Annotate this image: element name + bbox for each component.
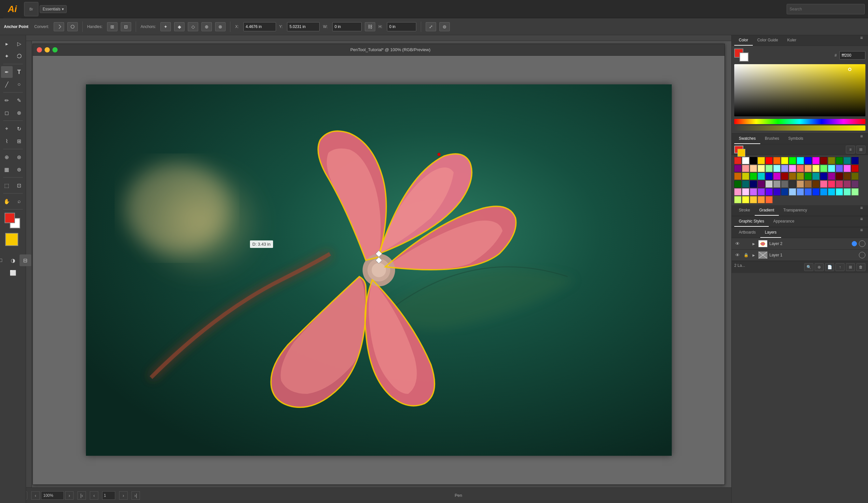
swatch-cell[interactable] — [851, 173, 859, 180]
swatch-cell[interactable] — [820, 181, 827, 188]
tab-artboards[interactable]: Artboards — [734, 228, 760, 238]
artboard-tool[interactable]: ⬚ — [1, 180, 13, 191]
shape-builder-tool[interactable]: ⊕ — [1, 151, 13, 163]
selection-tool[interactable]: ▸ — [1, 38, 13, 50]
swatch-cell[interactable] — [805, 173, 812, 180]
direct-selection-tool[interactable]: ▷ — [13, 38, 25, 50]
zoom-out-btn[interactable]: ‹ — [31, 491, 40, 500]
tab-gradient[interactable]: Gradient — [755, 205, 779, 216]
zoom-tool[interactable]: ⌕ — [13, 195, 25, 207]
paintbrush-tool[interactable]: ✏ — [1, 94, 13, 106]
free-transform-tool[interactable]: ⊞ — [13, 135, 25, 147]
swatch-cell[interactable] — [758, 181, 765, 188]
anchors-btn-2[interactable]: ◆ — [174, 22, 185, 31]
swatch-cell[interactable] — [789, 188, 796, 195]
swatch-cell[interactable] — [742, 196, 749, 203]
swatch-cell[interactable] — [781, 188, 788, 195]
change-screen-mode-btn[interactable]: ⬜ — [7, 267, 19, 279]
swatch-cell[interactable] — [773, 157, 781, 164]
swatch-cell[interactable] — [742, 173, 749, 180]
swatch-cell[interactable] — [742, 165, 749, 172]
swatch-cell[interactable] — [758, 196, 765, 203]
swatch-cell[interactable] — [844, 165, 851, 172]
swatch-cell[interactable] — [812, 188, 819, 195]
search-layers-btn[interactable]: 🔍 — [804, 263, 813, 271]
layer1-target[interactable] — [859, 252, 865, 258]
tab-kuler[interactable]: Kuler — [783, 35, 801, 46]
layer1-lock-icon[interactable]: 🔒 — [743, 252, 749, 258]
bridge-button[interactable]: Br — [24, 2, 38, 16]
tab-stroke[interactable]: Stroke — [734, 205, 755, 216]
swatch-cell[interactable] — [750, 173, 757, 180]
prev-page-btn[interactable]: ‹ — [90, 491, 98, 500]
search-input[interactable] — [787, 4, 865, 14]
swatches-panel-collapse[interactable]: ≡ — [860, 133, 865, 139]
window-maximize-button[interactable] — [52, 47, 58, 52]
zoom-input[interactable] — [41, 491, 64, 500]
workspace-switcher[interactable]: Essentials ▾ — [40, 5, 67, 13]
collect-layers-btn[interactable]: ⊞ — [846, 263, 855, 271]
window-minimize-button[interactable] — [44, 47, 50, 52]
swatch-cell[interactable] — [797, 157, 804, 164]
swatch-list-view[interactable]: ≡ — [846, 145, 855, 153]
tab-transparency[interactable]: Transparency — [779, 205, 812, 216]
swatch-cell[interactable] — [836, 188, 843, 195]
swatch-cell[interactable] — [789, 165, 796, 172]
swatch-cell[interactable] — [812, 157, 819, 164]
layer2-visibility-toggle[interactable]: 👁 — [734, 240, 741, 247]
line-tool[interactable]: ╱ — [1, 79, 13, 90]
swatch-cell[interactable] — [765, 157, 773, 164]
tab-swatches[interactable]: Swatches — [734, 133, 760, 144]
swatch-cell[interactable] — [789, 181, 796, 188]
swatch-cell[interactable] — [844, 173, 851, 180]
new-layer-btn[interactable]: 📄 — [825, 263, 834, 271]
live-paint-tool[interactable]: ⊛ — [13, 151, 25, 163]
layer1-expand[interactable]: ▶ — [751, 252, 756, 258]
anchors-btn-4[interactable]: ⊕ — [202, 22, 212, 31]
swatch-cell[interactable] — [734, 157, 741, 164]
active-color-swatch[interactable] — [5, 233, 18, 246]
swatch-cell[interactable] — [765, 165, 773, 172]
zoom-in-btn[interactable]: › — [65, 491, 74, 500]
swatch-cell[interactable] — [836, 157, 843, 164]
make-sublayer-btn[interactable]: ⊕ — [815, 263, 824, 271]
swatch-cell[interactable] — [773, 181, 781, 188]
symbol-sprayer-tool[interactable]: ⊛ — [13, 163, 25, 175]
page-number-input[interactable] — [102, 491, 115, 500]
color-spectrum[interactable] — [734, 64, 865, 116]
tab-color-guide[interactable]: Color Guide — [753, 35, 783, 46]
swatch-cell[interactable] — [820, 188, 827, 195]
swatch-cell[interactable] — [828, 165, 835, 172]
color-hex-input[interactable] — [839, 51, 865, 60]
swatch-cell[interactable] — [773, 188, 781, 195]
swatch-cell[interactable] — [742, 188, 749, 195]
swatch-cell[interactable] — [851, 188, 859, 195]
warp-tool[interactable]: ⌇ — [1, 135, 13, 147]
swatch-cell[interactable] — [742, 181, 749, 188]
swatch-cell[interactable] — [844, 181, 851, 188]
layer2-lock[interactable] — [743, 240, 749, 247]
swatch-cell[interactable] — [765, 173, 773, 180]
rotate-tool[interactable]: ↻ — [13, 123, 25, 134]
swatch-cell[interactable] — [797, 173, 804, 180]
ellipse-tool[interactable]: ○ — [13, 79, 25, 90]
swatch-cell[interactable] — [773, 173, 781, 180]
foreground-color-swatch[interactable] — [4, 213, 15, 223]
swatch-cell[interactable] — [828, 173, 835, 180]
swatch-cell[interactable] — [805, 157, 812, 164]
swatch-cell[interactable] — [781, 165, 788, 172]
swatch-cell[interactable] — [828, 181, 835, 188]
hand-tool[interactable]: ✋ — [1, 195, 13, 207]
swatch-cell[interactable] — [844, 157, 851, 164]
handles-btn-1[interactable]: ⊞ — [107, 22, 117, 31]
color-panel-collapse[interactable]: ≡ — [860, 35, 865, 40]
swatch-cell[interactable] — [836, 181, 843, 188]
column-graph-tool[interactable]: ▦ — [1, 163, 13, 175]
swatch-cell[interactable] — [789, 173, 796, 180]
swatch-cell[interactable] — [805, 181, 812, 188]
swatch-cell[interactable] — [836, 165, 843, 172]
swatch-cell[interactable] — [734, 173, 741, 180]
swatch-grid-view[interactable]: ⊞ — [856, 145, 865, 153]
constrain-proportions-btn[interactable]: ⛓ — [365, 22, 375, 31]
swatch-cell[interactable] — [765, 188, 773, 195]
